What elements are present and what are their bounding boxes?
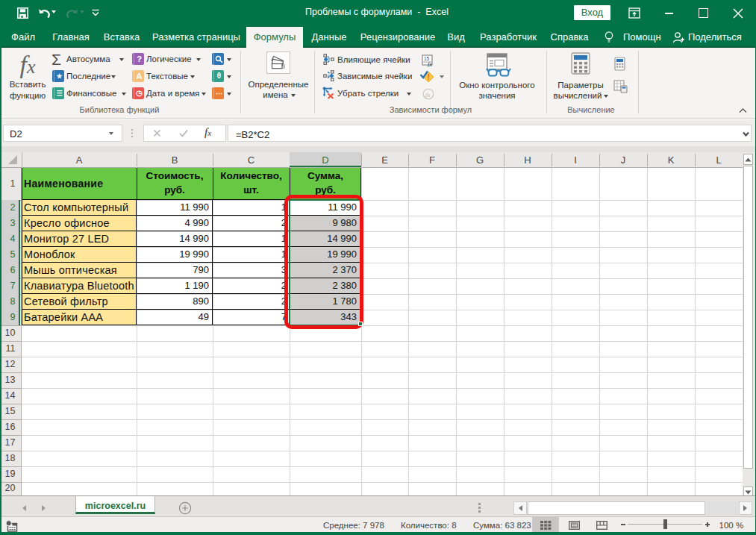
svg-text:fx: fx [428,61,432,67]
svg-text:15: 15 [424,56,430,61]
